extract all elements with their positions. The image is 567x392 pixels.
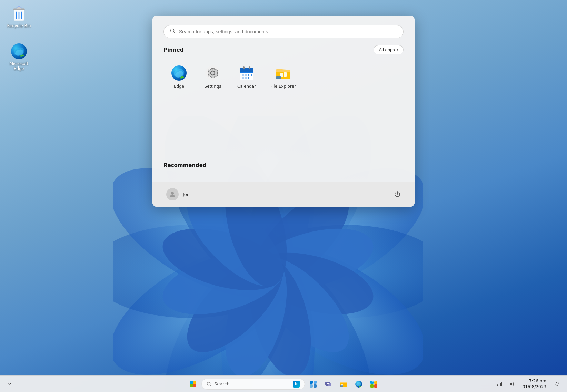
svg-rect-60 (190, 384, 193, 387)
notifications-button[interactable] (552, 379, 563, 390)
settings-app-label: Settings (204, 84, 221, 89)
taskbar-center: Search b (186, 377, 381, 391)
taskbar: Search b (0, 375, 567, 392)
volume-icon-tray[interactable] (506, 379, 517, 390)
svg-line-32 (174, 32, 175, 33)
svg-rect-61 (193, 384, 196, 387)
taskbar-right: 7:26 pm 01/08/2023 (494, 378, 563, 391)
start-search-input[interactable] (179, 29, 397, 34)
svg-rect-80 (374, 384, 377, 388)
svg-point-42 (245, 74, 247, 76)
start-search-icon (170, 28, 176, 35)
date-display: 01/08/2023 (523, 384, 546, 390)
pinned-apps-grid: Edge Settings (163, 61, 404, 93)
system-tray (494, 379, 517, 390)
svg-point-41 (242, 74, 244, 76)
start-search-bar[interactable] (163, 25, 404, 38)
edge-app-label: Edge (174, 84, 184, 89)
file-explorer-app-icon (275, 65, 291, 81)
taskbar-store-button[interactable] (367, 377, 381, 391)
start-menu-footer: Joe (152, 182, 415, 207)
svg-point-46 (245, 77, 247, 79)
edge-desktop-label: Microsoft Edge (5, 61, 33, 71)
svg-rect-53 (284, 72, 287, 77)
taskbar-left (4, 379, 15, 390)
svg-rect-52 (280, 73, 283, 77)
pinned-app-file-explorer[interactable]: File Explorer (265, 61, 301, 93)
svg-rect-66 (310, 384, 313, 388)
svg-rect-40 (240, 72, 253, 73)
svg-rect-59 (193, 381, 196, 384)
chat-button[interactable] (321, 377, 335, 391)
svg-point-70 (327, 383, 328, 384)
recommended-title: Recommended (163, 162, 207, 168)
show-hidden-icons-button[interactable] (4, 379, 15, 390)
settings-app-icon (205, 65, 221, 81)
network-icon-tray[interactable] (494, 379, 505, 390)
calendar-app-icon (238, 65, 255, 81)
svg-rect-77 (370, 381, 374, 384)
svg-rect-79 (370, 384, 374, 388)
svg-rect-78 (374, 381, 377, 384)
taskbar-file-explorer-button[interactable] (337, 377, 350, 391)
svg-rect-49 (249, 66, 250, 69)
svg-rect-83 (500, 383, 501, 386)
taskbar-search-text: Search (214, 381, 230, 386)
svg-rect-58 (190, 381, 193, 384)
recycle-bin-desktop-icon[interactable]: Recycle Bin (3, 3, 34, 30)
calendar-app-label: Calendar (237, 84, 256, 89)
recommended-section: Recommended (152, 162, 415, 182)
svg-point-55 (171, 192, 174, 195)
all-apps-chevron: › (397, 47, 398, 52)
pinned-header: Pinned All apps › (163, 45, 404, 54)
svg-rect-72 (326, 385, 328, 386)
svg-rect-39 (240, 72, 253, 80)
taskbar-edge-button[interactable] (352, 377, 366, 391)
svg-point-45 (242, 77, 244, 79)
pinned-app-edge[interactable]: Edge (163, 61, 195, 93)
all-apps-button[interactable]: All apps › (374, 45, 404, 54)
svg-rect-54 (276, 76, 281, 79)
start-search-container (152, 16, 415, 45)
power-button[interactable] (391, 188, 404, 200)
start-menu-spacer (152, 100, 415, 162)
start-button[interactable] (186, 377, 200, 391)
widgets-button[interactable] (306, 377, 320, 391)
svg-rect-75 (340, 385, 343, 387)
svg-rect-82 (499, 384, 499, 386)
all-apps-label: All apps (379, 47, 395, 52)
user-avatar (166, 188, 179, 200)
svg-rect-48 (243, 66, 245, 69)
pinned-section: Pinned All apps › (152, 45, 415, 100)
edge-desktop-icon[interactable]: Microsoft Edge (3, 41, 34, 72)
svg-point-71 (328, 383, 329, 384)
taskbar-search-bar[interactable]: Search b (201, 379, 305, 390)
svg-point-43 (248, 74, 249, 76)
svg-point-47 (248, 77, 249, 79)
recycle-bin-label: Recycle Bin (7, 23, 31, 28)
file-explorer-app-label: File Explorer (270, 84, 296, 89)
pinned-title: Pinned (163, 47, 183, 53)
svg-line-63 (210, 385, 211, 386)
pinned-app-calendar[interactable]: Calendar (231, 61, 262, 93)
clock-date-display[interactable]: 7:26 pm 01/08/2023 (520, 378, 549, 391)
edge-app-icon (171, 65, 187, 81)
user-profile-button[interactable]: Joe (163, 187, 192, 202)
svg-rect-64 (310, 381, 313, 384)
svg-rect-84 (501, 382, 502, 386)
svg-rect-65 (314, 381, 317, 384)
start-menu: Pinned All apps › (152, 16, 415, 207)
time-display: 7:26 pm (523, 378, 546, 384)
recommended-header: Recommended (163, 162, 404, 168)
user-name-label: Joe (183, 192, 190, 197)
pinned-app-settings[interactable]: Settings (197, 61, 228, 93)
svg-rect-67 (314, 384, 317, 388)
svg-rect-81 (497, 384, 498, 386)
svg-point-44 (251, 74, 252, 76)
